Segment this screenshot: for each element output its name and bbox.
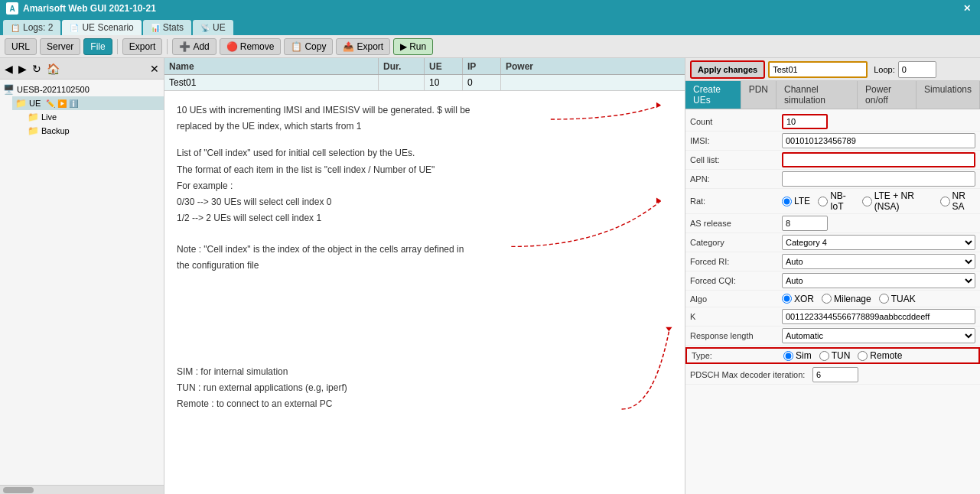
category-label: Category xyxy=(690,238,782,247)
close-button[interactable]: ✕ xyxy=(960,3,974,14)
scenario-name-input[interactable] xyxy=(768,61,868,78)
tab-bar: 📋 Logs: 2 📄 UE Scenario 📊 Stats 📡 UE xyxy=(0,17,980,35)
k-label: K xyxy=(690,312,782,321)
response-length-select[interactable]: Automatic xyxy=(782,328,975,343)
run-label: Run xyxy=(409,41,426,52)
type-remote-radio[interactable] xyxy=(858,351,868,361)
logs-icon: 📋 xyxy=(11,24,20,32)
algo-milenage-label: Milenage xyxy=(834,294,871,304)
main-toolbar: URL Server File Export ➕ Add 🔴 Remove 📋 … xyxy=(0,35,980,58)
type-radio-group: Sim TUN Remote xyxy=(783,350,974,361)
file-button[interactable]: File xyxy=(83,38,112,55)
rat-lte[interactable]: LTE xyxy=(782,196,810,206)
forced-cqi-select[interactable]: Auto xyxy=(782,273,975,288)
sidebar-home-button[interactable]: 🏠 xyxy=(45,61,61,76)
right-tabs: Create UEs PDN Channel simulation Power … xyxy=(685,81,980,109)
rat-lte-radio[interactable] xyxy=(782,197,792,206)
copy-button[interactable]: 📋 Copy xyxy=(284,38,333,55)
pdsch-input[interactable] xyxy=(812,367,858,382)
tab-ue-scenario[interactable]: 📄 UE Scenario xyxy=(62,20,141,35)
type-tun-radio[interactable] xyxy=(819,351,829,361)
sidebar-item-ue[interactable]: 📁 UE ✏️ ▶️ ℹ️ xyxy=(12,96,164,110)
sidebar-item-live[interactable]: 📁 Live xyxy=(24,110,164,124)
col-name: Name xyxy=(164,58,379,74)
algo-tuak[interactable]: TUAK xyxy=(879,294,916,304)
col-dur: Dur. xyxy=(379,58,425,74)
type-sim[interactable]: Sim xyxy=(783,350,812,361)
count-input[interactable] xyxy=(782,114,828,129)
main-layout: ◀ ▶ ↻ 🏠 ✕ 🖥️ UESB-2021102500 📁 UE ✏️ ▶️ … xyxy=(0,58,980,494)
export-button[interactable]: 📤 Export xyxy=(336,38,390,55)
help-area: 10 UEs with incrementing IMSI and IMESIS… xyxy=(164,91,685,494)
col-power: Power xyxy=(501,58,562,74)
url-button[interactable]: URL xyxy=(5,38,37,55)
tab-create-ues[interactable]: Create UEs xyxy=(685,81,741,109)
tab-power-onoff[interactable]: Power on/off xyxy=(858,81,917,109)
forced-ri-label: Forced RI: xyxy=(690,257,782,266)
apply-changes-button[interactable]: Apply changes xyxy=(690,60,765,79)
sidebar-item-device[interactable]: 🖥️ UESB-2021102500 xyxy=(0,83,164,96)
rat-lte-nr-nsa-radio[interactable] xyxy=(862,197,872,206)
apn-input[interactable] xyxy=(782,171,975,187)
rat-lte-label: LTE xyxy=(794,196,810,206)
scrollbar-thumb[interactable] xyxy=(3,487,34,493)
cell-power xyxy=(501,75,562,90)
form-row-as-release: AS release xyxy=(685,214,980,233)
scenario-table: Name Dur. UE IP Power Test01 xyxy=(164,58,685,91)
tab-channel-simulation[interactable]: Channel simulation xyxy=(777,81,858,109)
cell-list-input[interactable] xyxy=(782,152,975,167)
tab-ue[interactable]: 📡 UE xyxy=(193,20,233,35)
category-select[interactable]: Category 4 xyxy=(782,235,975,250)
sidebar-refresh-button[interactable]: ↻ xyxy=(31,61,43,76)
ue-info-icon[interactable]: ℹ️ xyxy=(69,99,78,108)
algo-milenage[interactable]: Milenage xyxy=(822,294,871,304)
tab-simulations[interactable]: Simulations xyxy=(917,81,980,109)
algo-xor-radio[interactable] xyxy=(782,294,792,304)
loop-input[interactable] xyxy=(898,61,936,78)
algo-tuak-radio[interactable] xyxy=(879,294,889,304)
export-main-button[interactable]: Export xyxy=(122,38,163,55)
sidebar-back-button[interactable]: ◀ xyxy=(3,61,15,76)
sidebar-scrollbar[interactable] xyxy=(0,485,164,494)
sidebar-item-backup[interactable]: 📁 Backup xyxy=(24,124,164,138)
form-row-rat: Rat: LTE NB-IoT LTE + NR (NSA) xyxy=(685,189,980,214)
k-input[interactable] xyxy=(782,309,975,324)
rat-nb-iot-radio[interactable] xyxy=(818,197,828,206)
export-icon: 📤 xyxy=(343,41,354,52)
tab-logs[interactable]: 📋 Logs: 2 xyxy=(3,20,60,35)
server-button[interactable]: Server xyxy=(40,38,80,55)
cell-ip: 0 xyxy=(463,75,501,90)
rat-nb-iot[interactable]: NB-IoT xyxy=(818,190,855,212)
algo-milenage-radio[interactable] xyxy=(822,294,832,304)
ue-icon: 📡 xyxy=(200,24,210,32)
rat-nb-iot-label: NB-IoT xyxy=(830,190,855,212)
sidebar-toolbar: ◀ ▶ ↻ 🏠 ✕ xyxy=(0,58,164,80)
rat-nr-sa[interactable]: NR SA xyxy=(940,190,975,212)
tab-logs-label: Logs: 2 xyxy=(23,22,53,33)
type-remote[interactable]: Remote xyxy=(858,350,902,361)
forced-ri-select[interactable]: Auto xyxy=(782,254,975,269)
tab-stats[interactable]: 📊 Stats xyxy=(143,20,191,35)
tab-pdn[interactable]: PDN xyxy=(741,81,777,109)
type-sim-radio[interactable] xyxy=(783,351,793,361)
ue-play-icon[interactable]: ▶️ xyxy=(57,99,67,108)
rat-lte-nr-nsa[interactable]: LTE + NR (NSA) xyxy=(862,190,933,212)
rat-nr-sa-radio[interactable] xyxy=(940,197,950,206)
sidebar-close-button[interactable]: ✕ xyxy=(148,61,161,76)
forced-cqi-label: Forced CQI: xyxy=(690,276,782,285)
ue-edit-icon[interactable]: ✏️ xyxy=(46,99,55,108)
count-value xyxy=(782,114,975,129)
imsi-value xyxy=(782,133,975,148)
export-label: Export xyxy=(357,41,383,52)
type-tun[interactable]: TUN xyxy=(819,350,851,361)
sidebar-tree: 🖥️ UESB-2021102500 📁 UE ✏️ ▶️ ℹ️ 📁 Live xyxy=(0,80,164,485)
remove-button[interactable]: 🔴 Remove xyxy=(220,38,282,55)
algo-xor[interactable]: XOR xyxy=(782,294,814,304)
imsi-input[interactable] xyxy=(782,133,975,148)
add-button[interactable]: ➕ Add xyxy=(172,38,216,55)
run-button[interactable]: ▶ Run xyxy=(393,38,433,55)
help-line-8: Note : "Cell index" is the index of the … xyxy=(177,242,672,257)
as-release-input[interactable] xyxy=(782,216,828,231)
sidebar-forward-button[interactable]: ▶ xyxy=(17,61,28,76)
scenario-row[interactable]: Test01 10 0 xyxy=(164,75,685,90)
